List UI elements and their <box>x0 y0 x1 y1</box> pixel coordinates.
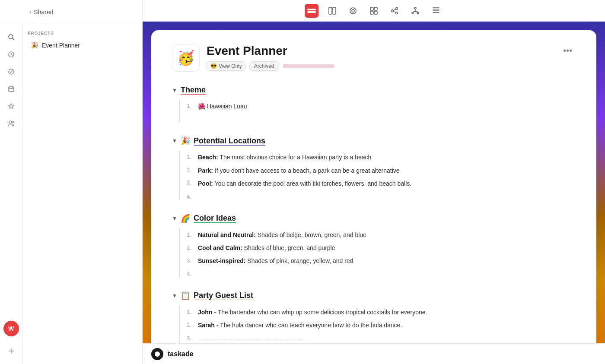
svg-line-28 <box>393 11 396 13</box>
svg-rect-17 <box>333 7 336 14</box>
star-icon[interactable] <box>3 98 19 114</box>
svg-point-11 <box>12 121 14 123</box>
sidebar-header: ‹ Shared <box>0 0 142 24</box>
toolbar-tree-icon[interactable] <box>408 4 422 18</box>
svg-line-4 <box>11 54 13 55</box>
list-item-empty <box>187 113 576 122</box>
svg-line-27 <box>393 9 396 10</box>
svg-rect-6 <box>9 87 14 92</box>
svg-point-30 <box>412 12 414 14</box>
section-guestlist: ▼ 📋 Party Guest List 1. John - The barte… <box>172 291 576 343</box>
svg-point-31 <box>417 12 419 14</box>
doc-title-area: Event Planner 😎 View Only Archived <box>207 44 334 71</box>
svg-rect-23 <box>374 11 377 14</box>
list-item: 3. Sunset-inspired: Shades of pink, oran… <box>187 254 576 267</box>
main-area: 🥳 Event Planner 😎 View Only Archived <box>143 0 605 364</box>
list-item-empty: 4. <box>187 190 576 200</box>
document-more-button[interactable]: ••• <box>560 44 576 57</box>
section-theme-list: 1. 🌺 Hawaiian Luau <box>179 100 576 122</box>
list-content: Sunset-inspired: Shades of pink, orange,… <box>198 256 576 266</box>
section-locations-header[interactable]: ▼ 🎉 Potential Locations <box>172 136 576 146</box>
list-number: 3. <box>187 334 194 343</box>
svg-rect-21 <box>374 7 377 10</box>
document-title: Event Planner <box>207 44 334 58</box>
svg-rect-15 <box>307 11 316 13</box>
user-avatar[interactable]: W <box>3 321 19 336</box>
archived-badge: Archived <box>249 61 279 71</box>
svg-point-18 <box>350 8 356 14</box>
calendar-icon[interactable] <box>3 81 19 97</box>
list-number: 1. <box>187 231 194 240</box>
toolbar-list-icon[interactable] <box>429 4 443 18</box>
svg-point-26 <box>396 12 398 14</box>
section-locations-list: 1. Beach: The most obvious choice for a … <box>179 151 576 199</box>
list-item: 2. Sarah - The hula dancer who can teach… <box>187 319 576 332</box>
svg-rect-22 <box>370 11 373 14</box>
toolbar-columns-icon[interactable] <box>325 4 339 18</box>
section-guestlist-header[interactable]: ▼ 📋 Party Guest List <box>172 291 576 301</box>
list-content: Natural and Neutral: Shades of beige, br… <box>198 230 576 240</box>
svg-point-29 <box>414 7 416 9</box>
view-only-badge: 😎 View Only <box>207 61 246 71</box>
sidebar: ‹ Shared <box>0 0 143 364</box>
document-card: 🥳 Event Planner 😎 View Only Archived <box>151 30 596 343</box>
toolbar-share-icon[interactable] <box>388 4 401 18</box>
list-content: Sarah - The hula dancer who can teach ev… <box>198 320 576 330</box>
clock-icon[interactable] <box>3 47 19 62</box>
back-button[interactable]: ‹ Shared <box>29 9 54 16</box>
svg-line-33 <box>413 11 415 12</box>
check-circle-icon[interactable] <box>3 64 19 79</box>
back-label: Shared <box>34 9 53 16</box>
list-number: 4. <box>187 193 194 202</box>
collapse-arrow-theme: ▼ <box>172 87 177 93</box>
add-button[interactable] <box>3 343 19 359</box>
toolbar-red-icon[interactable] <box>305 4 318 18</box>
app-footer: taskade <box>143 343 605 364</box>
list-content: — — — — — — — — — — — — — — <box>198 334 576 343</box>
section-colors-list: 1. Natural and Neutral: Shades of beige,… <box>179 228 576 277</box>
list-item: 1. John - The bartender who can whip up … <box>187 306 576 319</box>
toolbar-grid-icon[interactable] <box>367 4 381 18</box>
section-emoji-locations: 🎉 <box>181 136 190 146</box>
section-colors-header[interactable]: ▼ 🌈 Color Ideas <box>172 214 576 223</box>
svg-line-1 <box>13 38 14 40</box>
people-icon[interactable] <box>3 116 19 131</box>
back-chevron-icon: ‹ <box>29 9 31 15</box>
list-number: 2. <box>187 321 194 330</box>
list-number: 2. <box>187 166 194 175</box>
svg-line-34 <box>415 11 418 12</box>
list-content: Park: If you don't have access to a beac… <box>198 166 576 175</box>
section-title-locations: Potential Locations <box>194 136 265 146</box>
svg-rect-16 <box>329 7 332 14</box>
section-theme: ▼ Theme 1. 🌺 Hawaiian Luau <box>172 85 576 122</box>
list-number: 1. <box>187 153 194 162</box>
document-header: 🥳 Event Planner 😎 View Only Archived <box>172 44 576 72</box>
doc-meta: 😎 View Only Archived <box>207 61 334 71</box>
section-theme-header[interactable]: ▼ Theme <box>172 85 576 95</box>
section-guestlist-list: 1. John - The bartender who can whip up … <box>179 306 576 343</box>
list-number: 3. <box>187 256 194 266</box>
svg-rect-20 <box>370 7 373 10</box>
content-area: 🥳 Event Planner 😎 View Only Archived <box>143 22 605 343</box>
sidebar-icon-strip: W <box>0 24 22 364</box>
svg-point-10 <box>9 121 12 123</box>
list-item: 2. Park: If you don't have access to a b… <box>187 164 576 177</box>
search-icon[interactable] <box>3 29 19 45</box>
toolbar <box>143 0 605 22</box>
svg-point-19 <box>352 9 354 12</box>
list-number: 3. <box>187 179 194 188</box>
progress-bar <box>283 64 334 68</box>
section-title-theme: Theme <box>181 85 206 95</box>
view-only-label: View Only <box>219 63 242 69</box>
project-item-event-planner[interactable]: 🎉 Event Planner <box>28 39 137 51</box>
sidebar-main-content: PROJECTS 🎉 Event Planner <box>22 24 142 364</box>
section-emoji-guestlist: 📋 <box>181 291 190 301</box>
projects-label: PROJECTS <box>28 31 137 36</box>
list-number: 1. <box>187 102 194 111</box>
svg-rect-14 <box>307 9 316 10</box>
list-content: Cool and Calm: Shades of blue, green, an… <box>198 243 576 253</box>
section-emoji-colors: 🌈 <box>181 214 190 223</box>
toolbar-circle-icon[interactable] <box>346 4 360 18</box>
section-locations: ▼ 🎉 Potential Locations 1. Beach: The mo… <box>172 136 576 199</box>
list-content: John - The bartender who can whip up som… <box>198 307 576 317</box>
